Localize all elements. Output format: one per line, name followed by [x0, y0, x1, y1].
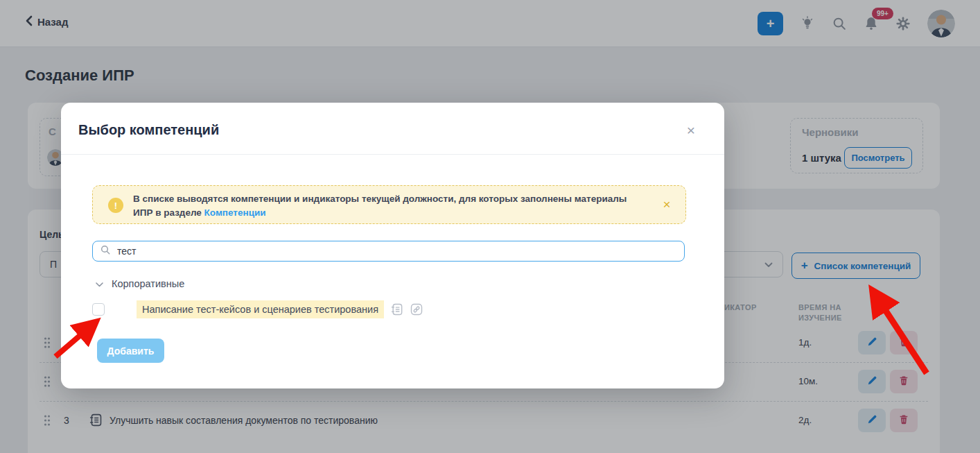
warning-icon: !	[108, 198, 123, 213]
link-icon[interactable]	[410, 302, 423, 316]
materials-list-icon[interactable]	[390, 302, 404, 316]
search-icon	[100, 244, 111, 258]
competency-selection-modal: Выбор компетенций × ! В списке выводятся…	[61, 103, 724, 388]
modal-title: Выбор компетенций	[78, 122, 219, 138]
modal-close-icon[interactable]: ×	[681, 121, 701, 140]
competency-checkbox[interactable]	[92, 303, 105, 316]
competencies-link[interactable]: Компетенции	[204, 207, 266, 218]
page: Назад + 99+ Создание ИПР	[0, 0, 980, 453]
competency-item: Написание тест-кейсов и сценариев тестир…	[92, 300, 423, 318]
chevron-down-icon	[96, 277, 103, 290]
competency-search	[92, 241, 685, 262]
modal-divider	[61, 154, 724, 155]
info-banner: ! В списке выводятся компетенции и индик…	[92, 185, 686, 224]
competency-item-icons	[390, 302, 423, 316]
group-corporate[interactable]: Корпоративные	[96, 277, 184, 290]
banner-close-icon[interactable]: ×	[658, 196, 675, 213]
info-banner-text: В списке выводятся компетенции и индикат…	[133, 192, 639, 220]
competency-label: Написание тест-кейсов и сценариев тестир…	[137, 300, 384, 318]
group-label: Корпоративные	[112, 278, 184, 289]
add-button[interactable]: Добавить	[97, 339, 164, 363]
search-input[interactable]	[117, 246, 658, 257]
